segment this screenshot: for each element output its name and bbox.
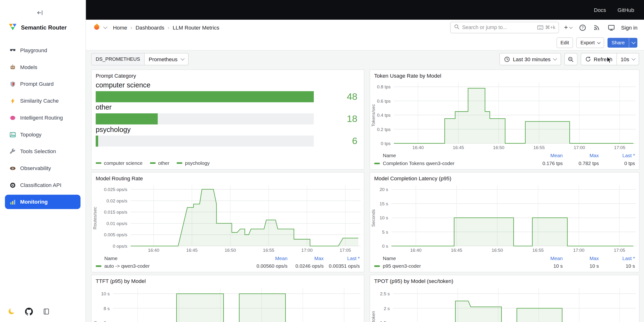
legend-header: Name Mean Max Last * bbox=[96, 254, 360, 262]
panel-title[interactable]: Model Routing Rate bbox=[92, 172, 364, 182]
display-icon[interactable] bbox=[606, 22, 616, 33]
routing-rate-chart[interactable]: 0 ops/s0.005 ops/s0.01 ops/s0.015 ops/s0… bbox=[92, 182, 364, 254]
bar-track bbox=[96, 136, 314, 147]
sidebar-item-label: Observability bbox=[20, 165, 51, 171]
breadcrumb-item[interactable]: LLM Router Metrics bbox=[173, 24, 219, 31]
sidebar-item-intelligent-routing[interactable]: Intelligent Routing bbox=[5, 110, 80, 125]
ttft-chart[interactable]: 0 s2 s4 s6 s8 s10 s16:4016:4516:5016:551… bbox=[92, 284, 364, 322]
x-axis-tick: 16:50 bbox=[488, 248, 507, 253]
sidebar-item-tools-selection[interactable]: Tools Selection bbox=[5, 144, 80, 158]
series-color-key bbox=[150, 162, 156, 164]
breadcrumb-item[interactable]: Dashboards bbox=[136, 24, 164, 31]
share-caret-icon[interactable] bbox=[629, 38, 637, 48]
token-usage-chart[interactable]: 0 tps0.2 tps0.4 tps0.6 tps0.8 tps16:4016… bbox=[370, 79, 639, 152]
y-axis-label: Routes/sec bbox=[92, 207, 98, 229]
x-axis-tick: 16:50 bbox=[220, 248, 240, 253]
x-axis-tick: 16:55 bbox=[529, 145, 549, 150]
lightning-icon bbox=[9, 98, 16, 104]
sidebar-item-playground[interactable]: Playground bbox=[5, 43, 80, 58]
y-axis-label: Seconds bbox=[92, 321, 98, 322]
datasource-label: DS_PROMETHEUS bbox=[92, 53, 145, 65]
search-shortcut: ⌘+k bbox=[537, 24, 556, 30]
y-axis-tick: 0.015 ops/s bbox=[96, 209, 127, 215]
panel-title[interactable]: TTFT (p95) by Model bbox=[92, 275, 364, 284]
series-color-key bbox=[374, 265, 380, 267]
search-icon bbox=[454, 24, 460, 31]
x-axis-tick: 17:05 bbox=[335, 248, 355, 253]
legend-row: Completion Tokens qwen3-coder 0.176 tps … bbox=[374, 159, 635, 167]
legend-item[interactable]: psychology bbox=[177, 160, 210, 166]
time-range-picker[interactable]: Last 30 minutes bbox=[499, 53, 561, 65]
add-icon[interactable]: + bbox=[563, 22, 574, 33]
datasource-value[interactable]: Prometheus bbox=[144, 53, 188, 65]
topbar-link-docs[interactable]: Docs bbox=[594, 7, 606, 13]
github-icon[interactable] bbox=[24, 307, 33, 315]
sidebar-item-label: Classification API bbox=[20, 182, 61, 188]
zoom-out-button[interactable] bbox=[564, 53, 577, 65]
y-axis-tick: 0.005 ops/s bbox=[96, 232, 127, 238]
sidebar-item-similarity-cache[interactable]: Similarity Cache bbox=[5, 94, 80, 108]
panel-title[interactable]: TPOT (p95) by Model (sec/token) bbox=[370, 275, 639, 284]
topbar-link-github[interactable]: GitHub bbox=[618, 7, 634, 13]
breadcrumb-item[interactable]: Home bbox=[113, 24, 127, 31]
dashboard-actions: Edit Export Share bbox=[86, 35, 644, 50]
breadcrumb-separator: › bbox=[168, 24, 169, 31]
legend-item[interactable]: other bbox=[150, 160, 170, 166]
sidebar-collapse-icon[interactable] bbox=[36, 9, 44, 16]
x-axis-tick: 16:45 bbox=[447, 248, 466, 253]
theme-toggle-icon[interactable] bbox=[8, 307, 16, 315]
series-color-key bbox=[177, 162, 182, 164]
grafana-header: Home›Dashboards›LLM Router Metrics Searc… bbox=[86, 20, 644, 36]
help-icon[interactable]: ? bbox=[577, 22, 588, 33]
y-axis-tick: 0 s bbox=[375, 243, 388, 249]
y-axis-tick: 1.5 s bbox=[375, 320, 390, 322]
refresh-icon bbox=[585, 56, 591, 62]
zoom-out-icon bbox=[568, 56, 574, 62]
datasource-picker[interactable]: DS_PROMETHEUS Prometheus bbox=[91, 53, 189, 65]
sign-in-button[interactable]: Sign in bbox=[621, 24, 638, 31]
sidebar-item-topology[interactable]: Topology bbox=[5, 128, 80, 142]
legend-row: auto -> qwen3-coder 0.00560 ops/s 0.0246… bbox=[96, 262, 360, 270]
share-button[interactable]: Share bbox=[607, 38, 637, 48]
refresh-interval-picker[interactable]: 10s bbox=[616, 53, 639, 65]
x-axis-tick: 17:00 bbox=[297, 248, 317, 253]
refresh-button[interactable]: Refresh bbox=[581, 53, 616, 65]
sidebar-item-models[interactable]: Models bbox=[5, 60, 80, 74]
y-axis-tick: 0 ops/s bbox=[96, 243, 127, 249]
sidebar-item-monitoring[interactable]: Monitoring bbox=[5, 194, 80, 209]
panel-title[interactable]: Token Usage Rate by Model bbox=[370, 70, 639, 79]
legend-row: p95 qwen3-coder 10 s 10 s 10 s bbox=[374, 262, 635, 270]
legend-table: Name Mean Max Last * Completion Tokens q… bbox=[370, 152, 639, 169]
sidebar: Semantic Router PlaygroundModelsPrompt G… bbox=[0, 0, 86, 322]
panel-title[interactable]: Prompt Category bbox=[92, 70, 364, 79]
series-color-key bbox=[96, 265, 102, 267]
bar-fill bbox=[96, 91, 314, 102]
eye-icon bbox=[9, 165, 16, 172]
edit-button[interactable]: Edit bbox=[556, 38, 573, 48]
y-axis-tick: 0.6 tps bbox=[375, 98, 390, 104]
bar-value: 18 bbox=[320, 114, 358, 124]
bar-category-label: psychology bbox=[96, 126, 357, 134]
grafana-logo-icon[interactable] bbox=[92, 22, 101, 33]
bar-category-label: other bbox=[96, 104, 357, 112]
org-switcher-caret-icon[interactable] bbox=[103, 25, 108, 29]
shield-icon bbox=[9, 80, 16, 88]
search-input[interactable]: Search or jump to... ⌘+k bbox=[450, 22, 559, 33]
tpot-chart[interactable]: 0 s0.5 s1 s1.5 s2 s2.5 s16:4016:4516:501… bbox=[370, 284, 639, 322]
sidebar-item-observability[interactable]: Observability bbox=[5, 161, 80, 175]
latency-chart[interactable]: 0 s5 s10 s15 s20 s16:4016:4516:5016:5517… bbox=[370, 182, 639, 254]
panel-title[interactable]: Model Completion Latency (p95) bbox=[370, 172, 639, 182]
y-axis-tick: 2 s bbox=[375, 305, 390, 311]
y-axis-tick: 0.02 ops/s bbox=[96, 198, 127, 204]
svg-text:?: ? bbox=[581, 26, 584, 30]
x-axis-tick: 17:05 bbox=[610, 145, 630, 150]
x-axis-tick: 17:00 bbox=[569, 248, 589, 253]
export-button[interactable]: Export bbox=[576, 38, 604, 48]
app-logo[interactable]: Semantic Router bbox=[8, 22, 79, 33]
sidebar-item-classification-api[interactable]: Classification API bbox=[5, 178, 80, 192]
docs-book-icon[interactable] bbox=[42, 307, 50, 315]
news-rss-icon[interactable] bbox=[592, 22, 602, 33]
legend-table: Name Mean Max Last * auto -> qwen3-coder… bbox=[92, 254, 364, 272]
sidebar-item-prompt-guard[interactable]: Prompt Guard bbox=[5, 77, 80, 91]
legend-item[interactable]: computer science bbox=[96, 160, 143, 166]
